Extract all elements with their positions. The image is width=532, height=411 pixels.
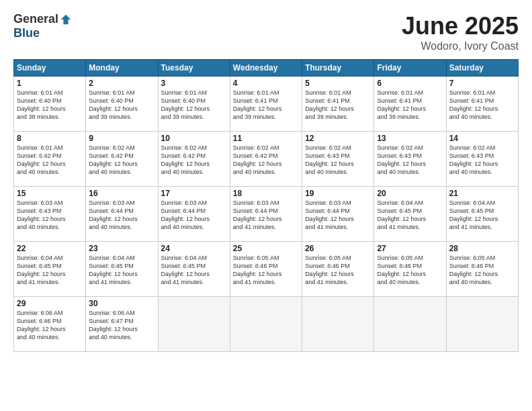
day-info: Sunrise: 6:03 AM Sunset: 6:44 PM Dayligh… — [89, 199, 154, 232]
day-info: Sunrise: 6:02 AM Sunset: 6:42 PM Dayligh… — [233, 144, 299, 177]
table-row: 17Sunrise: 6:03 AM Sunset: 6:44 PM Dayli… — [158, 187, 230, 242]
day-number: 1 — [17, 79, 83, 88]
col-tuesday: Tuesday — [158, 60, 230, 77]
day-number: 28 — [449, 244, 515, 253]
day-number: 8 — [17, 134, 83, 143]
calendar-week-row: 8Sunrise: 6:01 AM Sunset: 6:42 PM Daylig… — [14, 132, 519, 187]
table-row: 2Sunrise: 6:01 AM Sunset: 6:40 PM Daylig… — [86, 77, 158, 132]
table-row: 28Sunrise: 6:05 AM Sunset: 6:46 PM Dayli… — [446, 242, 518, 297]
table-row — [446, 297, 518, 352]
header: General Blue June 2025 Wodoro, Ivory Coa… — [13, 12, 519, 52]
col-sunday: Sunday — [14, 60, 86, 77]
table-row: 18Sunrise: 6:03 AM Sunset: 6:44 PM Dayli… — [230, 187, 302, 242]
day-number: 4 — [233, 79, 299, 88]
table-row: 30Sunrise: 6:06 AM Sunset: 6:47 PM Dayli… — [86, 297, 158, 352]
table-row: 13Sunrise: 6:02 AM Sunset: 6:43 PM Dayli… — [374, 132, 446, 187]
day-info: Sunrise: 6:02 AM Sunset: 6:42 PM Dayligh… — [161, 144, 227, 177]
day-info: Sunrise: 6:04 AM Sunset: 6:45 PM Dayligh… — [161, 254, 227, 287]
day-number: 21 — [449, 189, 515, 198]
day-info: Sunrise: 6:01 AM Sunset: 6:40 PM Dayligh… — [161, 89, 227, 122]
table-row — [374, 297, 446, 352]
table-row: 21Sunrise: 6:04 AM Sunset: 6:45 PM Dayli… — [446, 187, 518, 242]
day-number: 10 — [161, 134, 227, 143]
day-info: Sunrise: 6:05 AM Sunset: 6:46 PM Dayligh… — [449, 254, 515, 287]
day-info: Sunrise: 6:04 AM Sunset: 6:45 PM Dayligh… — [17, 254, 83, 287]
day-number: 9 — [89, 134, 154, 143]
table-row: 20Sunrise: 6:04 AM Sunset: 6:45 PM Dayli… — [374, 187, 446, 242]
day-number: 20 — [377, 189, 443, 198]
day-number: 24 — [161, 244, 227, 253]
table-row: 10Sunrise: 6:02 AM Sunset: 6:42 PM Dayli… — [158, 132, 230, 187]
table-row: 26Sunrise: 6:05 AM Sunset: 6:46 PM Dayli… — [302, 242, 374, 297]
day-number: 23 — [89, 244, 154, 253]
day-info: Sunrise: 6:02 AM Sunset: 6:43 PM Dayligh… — [377, 144, 443, 177]
day-number: 18 — [233, 189, 299, 198]
table-row: 4Sunrise: 6:01 AM Sunset: 6:41 PM Daylig… — [230, 77, 302, 132]
table-row — [230, 297, 302, 352]
day-number: 3 — [161, 79, 227, 88]
table-row: 27Sunrise: 6:05 AM Sunset: 6:46 PM Dayli… — [374, 242, 446, 297]
day-number: 15 — [17, 189, 83, 198]
day-info: Sunrise: 6:03 AM Sunset: 6:44 PM Dayligh… — [233, 199, 299, 232]
day-number: 13 — [377, 134, 443, 143]
day-info: Sunrise: 6:02 AM Sunset: 6:43 PM Dayligh… — [449, 144, 515, 177]
table-row — [158, 297, 230, 352]
table-row: 25Sunrise: 6:05 AM Sunset: 6:46 PM Dayli… — [230, 242, 302, 297]
calendar-week-row: 15Sunrise: 6:03 AM Sunset: 6:43 PM Dayli… — [14, 187, 519, 242]
calendar-header-row: Sunday Monday Tuesday Wednesday Thursday… — [14, 60, 519, 77]
table-row: 5Sunrise: 6:01 AM Sunset: 6:41 PM Daylig… — [302, 77, 374, 132]
logo: General Blue — [13, 12, 72, 40]
day-number: 11 — [233, 134, 299, 143]
table-row: 24Sunrise: 6:04 AM Sunset: 6:45 PM Dayli… — [158, 242, 230, 297]
calendar-week-row: 1Sunrise: 6:01 AM Sunset: 6:40 PM Daylig… — [14, 77, 519, 132]
table-row: 7Sunrise: 6:01 AM Sunset: 6:41 PM Daylig… — [446, 77, 518, 132]
col-thursday: Thursday — [302, 60, 374, 77]
day-info: Sunrise: 6:04 AM Sunset: 6:45 PM Dayligh… — [449, 199, 515, 232]
day-number: 26 — [305, 244, 371, 253]
table-row: 14Sunrise: 6:02 AM Sunset: 6:43 PM Dayli… — [446, 132, 518, 187]
day-info: Sunrise: 6:06 AM Sunset: 6:46 PM Dayligh… — [17, 309, 83, 342]
table-row: 23Sunrise: 6:04 AM Sunset: 6:45 PM Dayli… — [86, 242, 158, 297]
svg-marker-0 — [61, 14, 71, 24]
day-info: Sunrise: 6:05 AM Sunset: 6:46 PM Dayligh… — [233, 254, 299, 287]
day-info: Sunrise: 6:01 AM Sunset: 6:42 PM Dayligh… — [17, 144, 83, 177]
day-number: 25 — [233, 244, 299, 253]
day-number: 7 — [449, 79, 515, 88]
day-number: 14 — [449, 134, 515, 143]
day-info: Sunrise: 6:01 AM Sunset: 6:41 PM Dayligh… — [233, 89, 299, 122]
col-friday: Friday — [374, 60, 446, 77]
subtitle: Wodoro, Ivory Coast — [402, 40, 519, 52]
col-wednesday: Wednesday — [230, 60, 302, 77]
table-row: 9Sunrise: 6:02 AM Sunset: 6:42 PM Daylig… — [86, 132, 158, 187]
day-info: Sunrise: 6:03 AM Sunset: 6:44 PM Dayligh… — [305, 199, 371, 232]
table-row: 16Sunrise: 6:03 AM Sunset: 6:44 PM Dayli… — [86, 187, 158, 242]
day-info: Sunrise: 6:05 AM Sunset: 6:46 PM Dayligh… — [377, 254, 443, 287]
day-number: 17 — [161, 189, 227, 198]
day-info: Sunrise: 6:03 AM Sunset: 6:43 PM Dayligh… — [17, 199, 83, 232]
day-number: 16 — [89, 189, 154, 198]
table-row: 6Sunrise: 6:01 AM Sunset: 6:41 PM Daylig… — [374, 77, 446, 132]
day-info: Sunrise: 6:02 AM Sunset: 6:43 PM Dayligh… — [305, 144, 371, 177]
table-row: 29Sunrise: 6:06 AM Sunset: 6:46 PM Dayli… — [14, 297, 86, 352]
day-info: Sunrise: 6:03 AM Sunset: 6:44 PM Dayligh… — [161, 199, 227, 232]
day-info: Sunrise: 6:05 AM Sunset: 6:46 PM Dayligh… — [305, 254, 371, 287]
col-monday: Monday — [86, 60, 158, 77]
table-row: 1Sunrise: 6:01 AM Sunset: 6:40 PM Daylig… — [14, 77, 86, 132]
day-info: Sunrise: 6:04 AM Sunset: 6:45 PM Dayligh… — [89, 254, 154, 287]
day-number: 22 — [17, 244, 83, 253]
table-row: 8Sunrise: 6:01 AM Sunset: 6:42 PM Daylig… — [14, 132, 86, 187]
day-number: 19 — [305, 189, 371, 198]
logo-blue-text: Blue — [13, 26, 40, 40]
main-title: June 2025 — [402, 12, 519, 40]
day-info: Sunrise: 6:01 AM Sunset: 6:41 PM Dayligh… — [449, 89, 515, 122]
day-number: 5 — [305, 79, 371, 88]
day-number: 30 — [89, 299, 154, 308]
day-info: Sunrise: 6:04 AM Sunset: 6:45 PM Dayligh… — [377, 199, 443, 232]
day-number: 6 — [377, 79, 443, 88]
table-row: 3Sunrise: 6:01 AM Sunset: 6:40 PM Daylig… — [158, 77, 230, 132]
day-number: 29 — [17, 299, 83, 308]
col-saturday: Saturday — [446, 60, 518, 77]
table-row: 15Sunrise: 6:03 AM Sunset: 6:43 PM Dayli… — [14, 187, 86, 242]
calendar-week-row: 22Sunrise: 6:04 AM Sunset: 6:45 PM Dayli… — [14, 242, 519, 297]
day-info: Sunrise: 6:06 AM Sunset: 6:47 PM Dayligh… — [89, 309, 154, 342]
